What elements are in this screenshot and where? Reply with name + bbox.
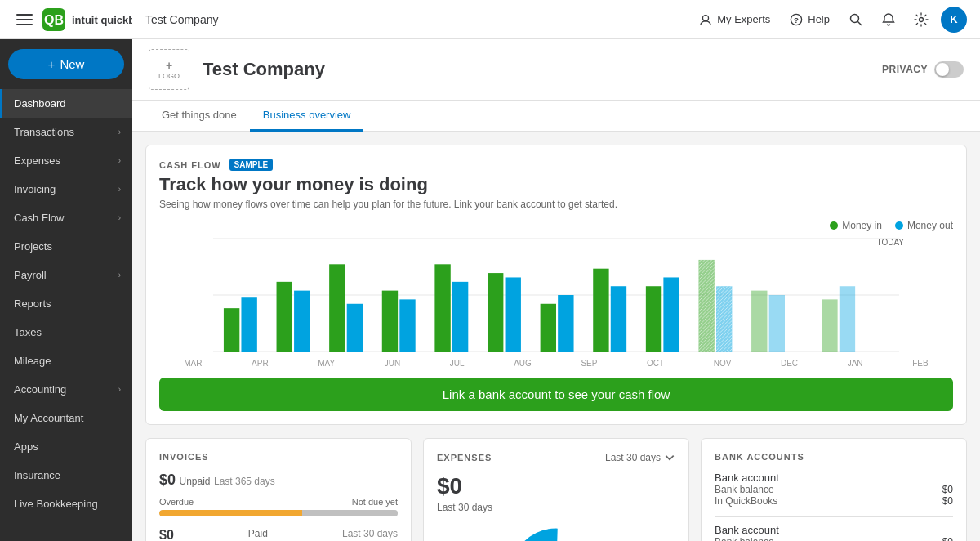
paid-row: $0 Paid Last 30 days	[159, 528, 398, 541]
company-logo-box[interactable]: + LOGO	[149, 49, 189, 90]
toggle-knob	[936, 63, 949, 76]
quickbooks-logo: QB intuit quickbooks	[42, 8, 132, 31]
svg-rect-18	[329, 264, 345, 352]
settings-button[interactable]	[908, 7, 934, 33]
sidebar-item-projects[interactable]: Projects	[0, 232, 132, 261]
chart-months: MAR APR MAY JUN JUL AUG SEP OCT NOV DEC …	[159, 359, 953, 371]
expenses-title: EXPENSES	[437, 453, 492, 463]
sidebar-item-expenses[interactable]: Expenses ›	[0, 146, 132, 175]
today-label: TODAY	[876, 238, 904, 247]
gear-icon	[914, 12, 929, 27]
svg-rect-16	[277, 282, 292, 352]
chart-container: TODAY	[159, 238, 953, 352]
new-button[interactable]: + New	[8, 49, 124, 79]
svg-text:QB: QB	[44, 13, 64, 27]
chevron-right-icon: ›	[118, 213, 121, 222]
tab-business-overview[interactable]: Business overview	[250, 101, 364, 132]
sidebar-item-insurance[interactable]: Insurance	[0, 461, 132, 490]
not-due-fill	[302, 510, 398, 516]
sidebar-item-mileage[interactable]: Mileage	[0, 347, 132, 375]
paid-days: Last 30 days	[342, 528, 398, 541]
sidebar-item-my-accountant[interactable]: My Accountant	[0, 404, 132, 432]
svg-rect-28	[593, 269, 608, 352]
content-area: + LOGO Test Company PRIVACY Get things d…	[132, 39, 980, 541]
hamburger-button[interactable]	[13, 11, 36, 29]
svg-rect-36	[751, 291, 767, 352]
sidebar-item-apps[interactable]: Apps	[0, 432, 132, 461]
privacy-label: PRIVACY	[882, 64, 928, 75]
sidebar-item-reports[interactable]: Reports	[0, 289, 132, 318]
nav-logo: QB intuit quickbooks	[13, 8, 132, 31]
cash-flow-title: CASH FLOW	[159, 160, 221, 170]
chevron-right-icon: ›	[118, 127, 121, 136]
page-company-name: Test Company	[203, 59, 325, 80]
sidebar-item-payroll[interactable]: Payroll ›	[0, 261, 132, 289]
month-may: MAY	[318, 359, 335, 368]
expense-donut-area	[437, 521, 675, 541]
nav-company-name: Test Company	[145, 13, 218, 26]
help-button[interactable]: ? Help	[783, 10, 836, 29]
bank-divider	[715, 516, 953, 517]
cash-flow-card: CASH FLOW SAMPLE Track how your money is…	[145, 145, 967, 425]
svg-rect-29	[611, 286, 626, 352]
page-header: + LOGO Test Company PRIVACY	[132, 39, 980, 101]
svg-rect-24	[488, 273, 503, 352]
search-button[interactable]	[843, 7, 869, 33]
chart-legend: Money in Money out	[159, 220, 953, 231]
money-in-dot	[830, 221, 838, 230]
invoices-title: INVOICES	[159, 452, 398, 462]
sidebar-item-invoicing[interactable]: Invoicing ›	[0, 175, 132, 203]
legend-money-out: Money out	[895, 220, 953, 231]
sidebar: + New Dashboard Transactions › Expenses …	[0, 39, 132, 541]
overdue-row: Overdue Not due yet	[159, 497, 398, 507]
sidebar-item-transactions[interactable]: Transactions ›	[0, 118, 132, 146]
svg-rect-26	[541, 304, 556, 352]
month-jun: JUN	[385, 359, 400, 368]
money-out-dot	[895, 221, 903, 230]
month-feb: FEB	[912, 359, 928, 368]
notifications-button[interactable]	[875, 7, 902, 33]
bottom-cards: INVOICES $0 Unpaid Last 365 days Overdue…	[145, 438, 967, 541]
svg-line-7	[858, 21, 862, 25]
sidebar-item-taxes[interactable]: Taxes	[0, 318, 132, 347]
my-experts-button[interactable]: My Experts	[693, 10, 777, 29]
sidebar-item-live-bookkeeping[interactable]: Live Bookkeeping	[0, 490, 132, 518]
paid-label: Paid	[248, 528, 268, 541]
cash-flow-chart	[159, 238, 953, 352]
tab-get-things-done[interactable]: Get things done	[149, 101, 250, 132]
cash-flow-headline: Track how your money is doing	[159, 174, 953, 195]
chevron-right-icon: ›	[118, 156, 121, 165]
expenses-filter[interactable]: Last 30 days	[605, 452, 675, 463]
cash-flow-header: CASH FLOW SAMPLE	[159, 159, 953, 171]
overdue-fill	[159, 510, 302, 516]
sidebar-item-accounting[interactable]: Accounting ›	[0, 375, 132, 404]
month-aug: AUG	[514, 359, 532, 368]
sidebar-item-dashboard[interactable]: Dashboard	[0, 89, 132, 118]
expenses-card: EXPENSES Last 30 days $0 Last 30 days	[423, 438, 689, 541]
top-nav: QB intuit quickbooks Test Company My Exp…	[0, 0, 980, 39]
search-icon	[849, 12, 863, 27]
svg-rect-20	[382, 291, 398, 352]
logo-plus: +	[166, 59, 172, 72]
svg-rect-33	[698, 260, 714, 352]
unpaid-amount: $0	[159, 472, 176, 488]
link-bank-button[interactable]: Link a bank account to see your cash flo…	[159, 378, 953, 411]
chevron-right-icon: ›	[118, 270, 121, 279]
sidebar-item-cashflow[interactable]: Cash Flow ›	[0, 203, 132, 232]
nav-actions: My Experts ? Help K	[693, 7, 967, 33]
bank-balance-row-1: Bank balance $0	[715, 536, 953, 541]
privacy-toggle-switch[interactable]	[934, 61, 964, 78]
dashboard-content: CASH FLOW SAMPLE Track how your money is…	[132, 132, 980, 541]
unpaid-days-text: Last 365 days	[214, 476, 275, 487]
user-avatar[interactable]: K	[941, 7, 967, 33]
month-dec: DEC	[781, 359, 798, 368]
svg-rect-19	[347, 304, 363, 352]
svg-rect-39	[840, 286, 855, 352]
expense-amount: $0	[437, 473, 462, 499]
month-nov: NOV	[714, 359, 732, 368]
svg-text:?: ?	[794, 15, 799, 24]
month-jul: JUL	[450, 359, 465, 368]
svg-rect-14	[224, 308, 239, 352]
bank-account-1: Bank account Bank balance $0 In QuickBoo…	[715, 524, 953, 541]
svg-rect-31	[663, 277, 679, 352]
